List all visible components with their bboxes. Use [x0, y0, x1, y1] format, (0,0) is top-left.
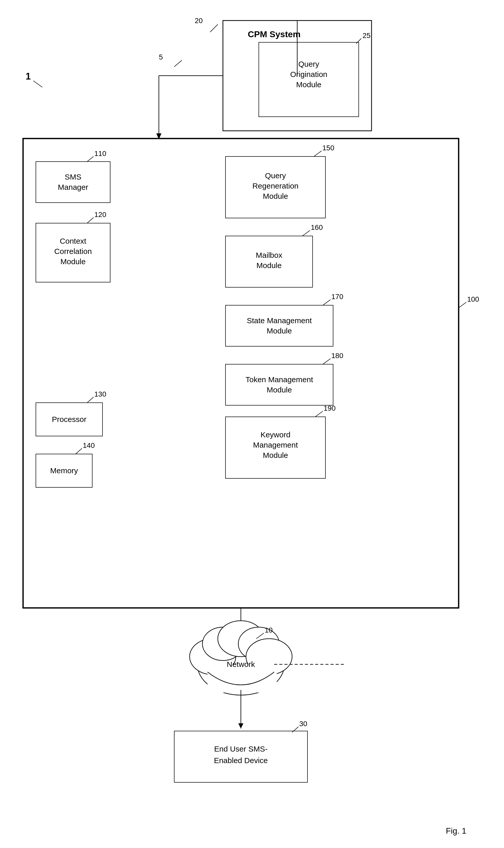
svg-point-38 — [238, 627, 279, 660]
ref-140: 140 — [83, 442, 95, 449]
svg-line-31 — [458, 302, 466, 308]
kmm-line3: Module — [263, 451, 288, 460]
svg-rect-45 — [174, 731, 307, 782]
svg-marker-44 — [238, 723, 244, 728]
svg-rect-13 — [36, 161, 110, 203]
svg-line-4 — [174, 60, 182, 67]
svg-rect-40 — [208, 664, 277, 693]
kmm-line1: Keyword — [260, 430, 291, 439]
svg-rect-15 — [36, 223, 110, 282]
svg-marker-9 — [156, 133, 161, 139]
qrm-line3: Module — [263, 192, 288, 200]
svg-rect-21 — [226, 156, 325, 218]
svg-rect-25 — [226, 305, 333, 346]
svg-line-46 — [292, 727, 299, 732]
qom-line2: Origination — [290, 70, 327, 79]
svg-line-41 — [256, 633, 264, 639]
svg-line-3 — [210, 24, 218, 32]
svg-rect-1 — [259, 42, 359, 117]
tmm-line1: Token Management — [246, 375, 313, 384]
network-label: Network — [227, 660, 255, 669]
tmm-line2: Module — [267, 385, 292, 394]
enduser-line2: Enabled Device — [214, 756, 268, 765]
svg-line-30 — [315, 411, 323, 417]
svg-point-36 — [202, 627, 244, 660]
svg-rect-29 — [226, 417, 325, 478]
ref-5: 5 — [159, 53, 163, 61]
svg-point-35 — [190, 639, 236, 675]
memory-label: Memory — [50, 466, 78, 475]
ref-20: 20 — [195, 17, 203, 24]
svg-rect-27 — [226, 364, 333, 405]
svg-line-24 — [302, 230, 310, 236]
fig-label: Fig. 1 — [446, 826, 466, 835]
qom-line1: Query — [298, 60, 319, 68]
svg-point-34 — [197, 634, 284, 695]
svg-rect-12 — [23, 139, 458, 608]
qrm-line2: Regeneration — [252, 181, 299, 190]
qrm-line1: Query — [265, 171, 286, 180]
mailbox-line2: Module — [256, 261, 282, 270]
cpm-system-title: CPM System — [248, 29, 301, 39]
sms-manager-line1: SMS — [65, 173, 81, 181]
ccm-line1: Context — [60, 237, 86, 245]
processor-label: Processor — [52, 415, 86, 423]
svg-line-20 — [76, 448, 82, 454]
ref-160: 160 — [311, 223, 323, 231]
svg-line-2 — [356, 38, 361, 44]
enduser-line1: End User SMS- — [214, 745, 268, 753]
svg-line-14 — [87, 156, 93, 161]
ref-30: 30 — [299, 720, 307, 728]
ref-120: 120 — [94, 211, 106, 219]
svg-point-37 — [218, 621, 264, 657]
qom-line3: Module — [296, 80, 321, 89]
ref-170: 170 — [331, 293, 343, 300]
ref-1: 1 — [25, 71, 31, 82]
ref-180: 180 — [331, 352, 343, 360]
svg-rect-23 — [226, 236, 312, 287]
svg-line-28 — [323, 359, 330, 364]
ref-130: 130 — [94, 390, 106, 398]
ccm-line3: Module — [60, 257, 86, 266]
svg-rect-17 — [36, 403, 103, 436]
svg-line-22 — [314, 151, 322, 156]
ref-110: 110 — [94, 150, 106, 157]
svg-line-5 — [33, 81, 42, 87]
ref-150: 150 — [322, 144, 335, 152]
smm-line2: Module — [267, 327, 292, 335]
mailbox-line1: Mailbox — [256, 251, 282, 259]
svg-rect-19 — [36, 454, 92, 487]
ref-10: 10 — [265, 626, 273, 634]
svg-point-39 — [246, 639, 292, 675]
ccm-line2: Correlation — [54, 247, 92, 256]
smm-line1: State Management — [247, 316, 312, 325]
svg-rect-0 — [223, 20, 372, 131]
ref-100: 100 — [467, 295, 479, 303]
ref-190: 190 — [324, 404, 336, 412]
svg-line-16 — [87, 218, 93, 223]
kmm-line2: Management — [253, 441, 298, 449]
ref-25: 25 — [363, 32, 371, 39]
svg-line-26 — [323, 299, 330, 305]
sms-manager-line2: Manager — [58, 183, 88, 191]
svg-line-18 — [87, 397, 93, 403]
svg-marker-33 — [238, 631, 244, 636]
